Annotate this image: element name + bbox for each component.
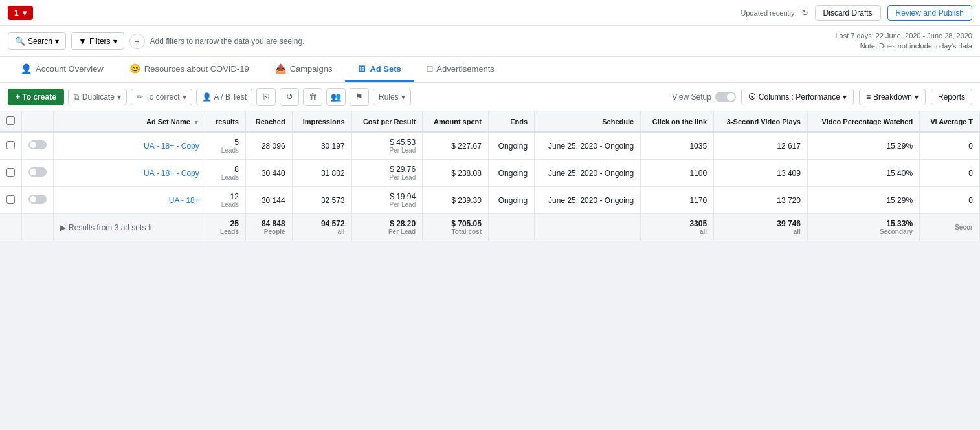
- ab-test-label: A / B Test: [214, 92, 247, 102]
- row1-ad-set-link[interactable]: UA - 18+ - Copy: [144, 142, 199, 151]
- summary-videoavg: Secor: [926, 224, 973, 231]
- summary-reached-sub: People: [252, 228, 285, 235]
- top-bar-right: Updated recently ↻ Discard Drafts Review…: [741, 5, 972, 21]
- row1-checkbox[interactable]: [6, 141, 15, 149]
- row2-name-cell: UA - 18+ - Copy: [54, 160, 206, 187]
- row2-video-pct: 15.40%: [807, 160, 919, 187]
- view-setup: View Setup: [672, 92, 736, 102]
- summary-videopct-sub: Secondary: [814, 228, 913, 235]
- row1-results-sub: Leads: [213, 147, 239, 154]
- nav-tabs: 👤 Account Overview 😊 Resources about COV…: [0, 57, 980, 83]
- schedule-header: Schedule: [535, 111, 641, 132]
- review-publish-button[interactable]: Review and Publish: [887, 5, 972, 21]
- undo-button[interactable]: ↺: [280, 88, 299, 106]
- summary-reached-cell: 84 848 People: [245, 214, 292, 241]
- summary-videopct: 15.33%: [814, 219, 913, 228]
- flag-button[interactable]: ⚑: [350, 88, 369, 106]
- search-label: Search: [28, 37, 52, 46]
- row1-video-pct: 15.29%: [807, 132, 919, 160]
- row3-video-avg: 0: [920, 187, 980, 214]
- row1-results: 5: [213, 138, 239, 147]
- row2-cost-cell: $ 29.76 Per Lead: [351, 160, 423, 187]
- create-button[interactable]: + To create: [8, 89, 64, 105]
- row1-toggle[interactable]: [28, 140, 47, 149]
- chevron-down-icon: ▾: [843, 92, 847, 102]
- columns-button[interactable]: ⦿ Columns : Performance ▾: [741, 89, 854, 105]
- expand-summary-button[interactable]: ▶ Results from 3 ad sets ℹ: [60, 223, 151, 232]
- view-setup-toggle[interactable]: [715, 92, 736, 102]
- tab-account-overview[interactable]: 👤 Account Overview: [8, 57, 117, 82]
- breakdown-button[interactable]: ≡ Breakdown ▾: [859, 89, 926, 105]
- summary-video3sec-cell: 39 746 all: [714, 214, 808, 241]
- tab-campaigns[interactable]: 📤 Campaigns: [262, 57, 346, 82]
- chevron-down-icon: ▾: [401, 92, 405, 102]
- row2-toggle-cell[interactable]: [22, 160, 54, 187]
- tab-covid-resources[interactable]: 😊 Resources about COVID-19: [117, 57, 262, 82]
- duplicate-button[interactable]: ⧉ Duplicate ▾: [68, 89, 127, 105]
- row2-cost-sub: Per Lead: [359, 174, 416, 181]
- chevron-right-icon: ▶: [60, 223, 66, 232]
- people-button[interactable]: 👥: [326, 88, 346, 106]
- add-filter-button[interactable]: +: [129, 34, 145, 49]
- row3-results-sub: Leads: [213, 201, 239, 208]
- row3-checkbox-cell[interactable]: [0, 187, 22, 214]
- reports-button[interactable]: Reports: [931, 89, 972, 105]
- row2-click-link: 1100: [641, 160, 714, 187]
- chevron-down-icon: ▾: [23, 8, 27, 17]
- tab-ad-sets[interactable]: ⊞ Ad Sets: [345, 57, 414, 82]
- row1-toggle-cell[interactable]: [22, 132, 54, 160]
- filter-left: 🔍 Search ▾ ▼ Filters ▾ + Add filters to …: [8, 32, 304, 50]
- trash-icon: 🗑: [309, 92, 317, 102]
- row3-impressions: 32 573: [292, 187, 351, 214]
- row3-click-link: 1170: [641, 187, 714, 214]
- ab-test-button[interactable]: 👤 A / B Test: [196, 89, 252, 105]
- video-avg-header: Vi Average T: [920, 111, 980, 132]
- summary-cost-cell: $ 28.20 Per Lead: [351, 214, 423, 241]
- table-header-row: Ad Set Name ▼ results Reached Impression…: [0, 111, 980, 132]
- summary-click-cell: 3305 all: [641, 214, 714, 241]
- search-button[interactable]: 🔍 Search ▾: [8, 32, 66, 50]
- tab-ad-sets-label: Ad Sets: [370, 64, 401, 74]
- table-wrapper[interactable]: Ad Set Name ▼ results Reached Impression…: [0, 111, 980, 241]
- discard-drafts-button[interactable]: Discard Drafts: [815, 5, 881, 21]
- toolbar-right: View Setup ⦿ Columns : Performance ▾ ≡ B…: [672, 89, 972, 105]
- row3-checkbox[interactable]: [6, 195, 15, 204]
- flag-icon: ⚑: [355, 92, 363, 102]
- table-container: Ad Set Name ▼ results Reached Impression…: [0, 111, 980, 241]
- copy-button[interactable]: ⎘: [256, 88, 276, 106]
- row3-toggle[interactable]: [28, 195, 47, 204]
- delete-button[interactable]: 🗑: [303, 88, 322, 106]
- row1-checkbox-cell[interactable]: [0, 132, 22, 160]
- top-bar: 1 ▾ Updated recently ↻ Discard Drafts Re…: [0, 0, 980, 26]
- row3-toggle-cell[interactable]: [22, 187, 54, 214]
- filters-button[interactable]: ▼ Filters ▾: [71, 32, 124, 50]
- summary-click: 3305: [647, 219, 707, 228]
- row3-amount: $ 239.30: [423, 187, 489, 214]
- summary-row: ▶ Results from 3 ad sets ℹ 25 Leads 84 8…: [0, 214, 980, 241]
- row3-video-3sec: 13 720: [714, 187, 808, 214]
- tab-advertisements[interactable]: □ Advertisements: [414, 57, 507, 82]
- select-all-checkbox[interactable]: [6, 116, 15, 125]
- select-all-header[interactable]: [0, 111, 22, 132]
- reports-label: Reports: [938, 92, 965, 102]
- rules-button[interactable]: Rules ▾: [373, 89, 411, 105]
- row2-checkbox[interactable]: [6, 168, 15, 177]
- ad-set-name-header[interactable]: Ad Set Name ▼: [54, 111, 206, 132]
- refresh-icon[interactable]: ↻: [801, 8, 808, 17]
- row3-ad-set-link[interactable]: UA - 18+: [169, 196, 199, 205]
- row2-toggle[interactable]: [28, 167, 47, 177]
- tab-advertisements-label: Advertisements: [436, 64, 495, 74]
- top-bar-left: 1 ▾: [8, 6, 33, 20]
- chevron-down-icon: ▾: [183, 92, 186, 102]
- row2-ad-set-link[interactable]: UA - 18+ - Copy: [144, 169, 199, 178]
- row2-cost: $ 29.76: [359, 165, 416, 174]
- row2-checkbox-cell[interactable]: [0, 160, 22, 187]
- pencil-icon: ✏: [137, 92, 143, 102]
- account-selector[interactable]: 1 ▾: [8, 6, 33, 20]
- toolbar-left: + To create ⧉ Duplicate ▾ ✏ To correct ▾…: [8, 88, 411, 106]
- sort-icon: ▼: [194, 119, 199, 125]
- row1-amount: $ 227.67: [423, 132, 489, 160]
- row3-ends: Ongoing: [488, 187, 534, 214]
- duplicate-icon: ⧉: [74, 92, 80, 102]
- to-correct-button[interactable]: ✏ To correct ▾: [131, 89, 192, 105]
